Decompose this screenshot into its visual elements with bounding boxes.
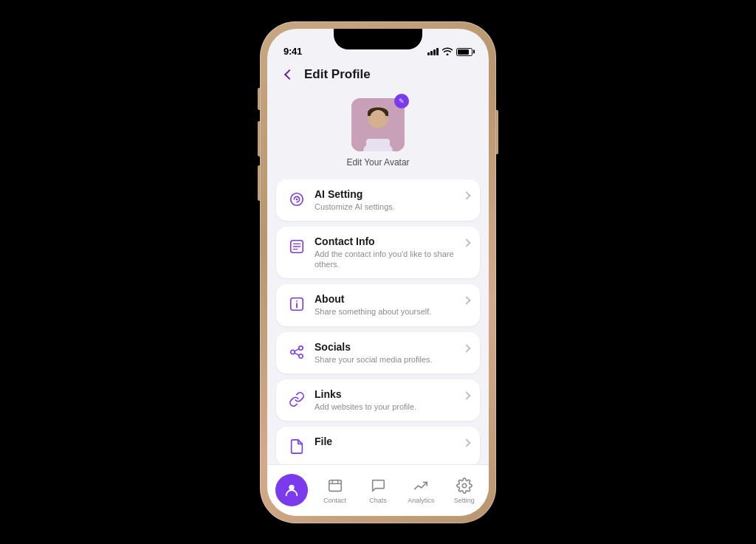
svg-point-13	[296, 300, 298, 302]
nav-setting-icon	[456, 477, 473, 495]
menu-subtitle-contact-info: Add the contact info you'd like to share…	[315, 249, 464, 270]
svg-rect-20	[329, 480, 341, 491]
info-icon	[286, 294, 307, 314]
menu-item-ai-setting[interactable]: AI Setting Customize AI settings.	[276, 179, 480, 221]
status-icons	[427, 47, 472, 57]
header: Edit Profile	[267, 61, 489, 92]
menu-subtitle-socials: Share your social media profiles.	[315, 354, 464, 365]
socials-icon	[286, 342, 307, 362]
menu-subtitle-links: Add websites to your profile.	[315, 402, 464, 412]
svg-point-19	[289, 485, 295, 490]
menu-item-about[interactable]: About Share something about yourself.	[276, 284, 480, 326]
menu-list: AI Setting Customize AI settings. Contac…	[276, 179, 480, 464]
contact-icon	[286, 236, 307, 257]
menu-subtitle-ai-setting: Customize AI settings.	[315, 202, 464, 212]
nav-item-chats[interactable]: Chats	[359, 477, 397, 504]
chevron-right-icon	[462, 297, 470, 305]
menu-item-file[interactable]: File	[276, 427, 480, 464]
menu-subtitle-about: Share something about yourself.	[315, 306, 464, 317]
svg-point-26	[462, 483, 467, 488]
menu-title-socials: Socials	[315, 341, 464, 353]
back-button[interactable]	[279, 64, 300, 85]
file-icon	[286, 436, 307, 457]
chevron-right-icon	[462, 439, 470, 447]
menu-title-contact-info: Contact Info	[315, 235, 464, 247]
menu-title-ai-setting: AI Setting	[315, 188, 464, 200]
menu-text-about: About Share something about yourself.	[315, 293, 464, 317]
nav-item-contact[interactable]: Contact	[316, 477, 354, 504]
nav-analytics-label: Analytics	[408, 497, 434, 504]
menu-item-links[interactable]: Links Add websites to your profile.	[276, 379, 480, 421]
nav-chats-label: Chats	[369, 497, 387, 504]
avatar-container[interactable]: ✎	[351, 98, 405, 151]
chevron-right-icon	[462, 344, 470, 352]
menu-text-links: Links Add websites to your profile.	[315, 388, 464, 412]
signal-icon	[427, 48, 439, 55]
nav-item-setting[interactable]: Setting	[445, 477, 484, 504]
wifi-icon	[442, 47, 453, 57]
menu-item-contact-info[interactable]: Contact Info Add the contact info you'd …	[276, 227, 480, 279]
menu-text-ai-setting: AI Setting Customize AI settings.	[315, 188, 464, 212]
side-button-right	[496, 110, 498, 154]
side-button-left-1	[258, 88, 260, 110]
menu-text-file: File	[315, 435, 464, 449]
avatar-section: ✎ Edit Your Avatar	[276, 92, 480, 179]
side-button-left-3	[258, 165, 260, 201]
side-button-left-2	[258, 121, 260, 156]
menu-item-socials[interactable]: Socials Share your social media profiles…	[276, 332, 480, 373]
avatar-edit-badge[interactable]: ✎	[394, 94, 409, 109]
nav-chats-icon	[369, 477, 387, 495]
avatar-label: Edit Your Avatar	[346, 157, 409, 168]
svg-rect-4	[366, 139, 390, 151]
chevron-right-icon	[462, 191, 470, 199]
svg-point-6	[296, 198, 298, 200]
svg-point-16	[299, 354, 303, 358]
svg-line-18	[295, 353, 299, 355]
svg-point-15	[291, 350, 295, 354]
menu-text-contact-info: Contact Info Add the contact info you'd …	[315, 235, 464, 270]
links-icon	[286, 389, 307, 410]
phone-frame: 9:41	[260, 21, 496, 523]
menu-title-file: File	[315, 435, 464, 447]
menu-title-links: Links	[315, 388, 464, 400]
battery-icon	[456, 48, 472, 56]
menu-title-about: About	[315, 293, 464, 305]
menu-text-socials: Socials Share your social media profiles…	[315, 341, 464, 365]
chevron-right-icon	[462, 238, 470, 247]
nav-item-analytics[interactable]: Analytics	[402, 477, 440, 504]
scroll-content: ✎ Edit Your Avatar AI Setting Customize …	[267, 92, 489, 464]
nav-analytics-icon	[412, 477, 430, 495]
svg-line-17	[295, 348, 299, 351]
nav-contact-label: Contact	[323, 497, 346, 504]
back-chevron-icon	[284, 69, 295, 79]
svg-point-3	[370, 110, 386, 128]
bottom-nav: Contact Chats	[267, 464, 489, 516]
ai-icon	[286, 189, 307, 210]
phone-screen: 9:41	[267, 29, 489, 516]
notch	[334, 29, 422, 49]
nav-contact-icon	[326, 477, 344, 495]
nav-item-profile[interactable]	[272, 474, 311, 506]
edit-icon: ✎	[399, 97, 405, 105]
nav-setting-label: Setting	[454, 497, 475, 504]
svg-point-14	[299, 345, 303, 350]
status-time: 9:41	[284, 46, 302, 57]
page-title: Edit Profile	[304, 67, 371, 82]
chevron-right-icon	[462, 391, 470, 399]
nav-profile-icon	[275, 474, 308, 506]
